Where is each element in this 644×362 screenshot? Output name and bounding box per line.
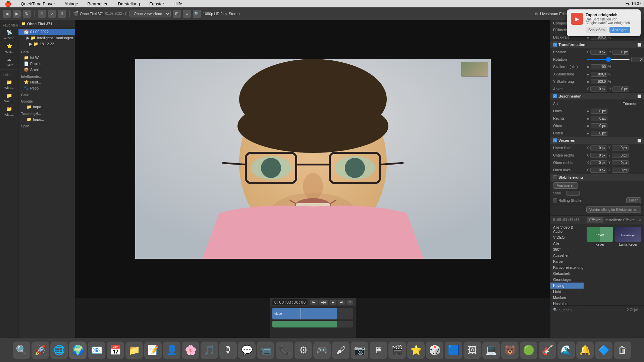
dock-item-screen[interactable]: 🖥 xyxy=(370,342,387,359)
sidebar-item-local2[interactable]: 📁 Wied... xyxy=(0,91,18,104)
filter-dropdown[interactable]: Ohne verworfene xyxy=(129,10,171,17)
dock-item-guitar[interactable]: 🎸 xyxy=(539,342,556,359)
dock-item-photoshop[interactable]: 🖌 xyxy=(332,342,350,359)
fb-item-date[interactable]: 📅 01.09.2022 xyxy=(18,29,75,35)
fb-item-garage[interactable]: 📁 Ist W... xyxy=(18,55,75,61)
refresh-button[interactable]: ↻ xyxy=(23,10,31,18)
effects-close-icon[interactable]: ✕ xyxy=(639,218,641,222)
fb-item-paper[interactable]: 📄 Papie... xyxy=(18,61,75,67)
fb-item-google-impo[interactable]: 📁 Impo... xyxy=(18,104,75,110)
dock-item-bear[interactable]: 🐻 xyxy=(501,342,519,359)
effect-item-luma-keyer[interactable]: Luma-Keyer Luma-Keyer xyxy=(615,227,642,246)
effect-cat-360[interactable]: 360° xyxy=(550,246,584,252)
anchor-y-input[interactable] xyxy=(612,86,629,92)
dock-item-safari[interactable]: 🌐 xyxy=(50,342,68,359)
dock-item-camera[interactable]: 📷 xyxy=(351,342,368,359)
scale-y-input[interactable] xyxy=(591,79,607,84)
menu-fenster[interactable]: Fenster xyxy=(147,1,166,6)
fb-item-int-heute[interactable]: ⭐ Heut... xyxy=(18,79,75,85)
distort-br-x-input[interactable] xyxy=(590,153,607,158)
anchor-x-input[interactable] xyxy=(590,86,607,92)
effect-cat-aussehen[interactable]: Aussehen xyxy=(550,252,584,258)
transformation-checkbox[interactable]: ✓ xyxy=(553,43,557,47)
dock-item-whatsapp[interactable]: 🟢 xyxy=(520,342,537,359)
fb-item-arch[interactable]: 📦 Archi... xyxy=(18,67,75,73)
dock-item-notes[interactable]: 📁 xyxy=(125,342,143,359)
dock-item-games[interactable]: 🎮 xyxy=(313,342,331,359)
dock-item-stars[interactable]: ⭐ xyxy=(407,342,425,359)
effects-tab-installed[interactable]: Installierte Effekte xyxy=(605,218,635,222)
dock-item-contacts[interactable]: 👤 xyxy=(163,342,180,359)
scale-all-input[interactable] xyxy=(591,64,607,69)
timeline-clip-audio[interactable] xyxy=(272,321,337,327)
stabilize-header[interactable]: Stabilisierung xyxy=(550,174,644,181)
import-button[interactable]: ⊕ xyxy=(38,10,46,18)
effect-cat-keying[interactable]: Keying xyxy=(550,283,584,289)
effects-search-input[interactable] xyxy=(559,308,626,312)
effect-cat-grundlagen[interactable]: Grundlagen xyxy=(550,277,584,283)
dock-item-trash[interactable]: 🗑 xyxy=(614,342,631,359)
rolling-analyze-button[interactable]: Lösen xyxy=(626,197,641,203)
effects-tab-effects[interactable]: Effekte xyxy=(587,217,603,223)
crop-header[interactable]: ✓ Beschneiden ⬜ xyxy=(550,93,644,100)
dock-item-photos[interactable]: 🌸 xyxy=(182,342,199,359)
dock-item-yellow[interactable]: 🔔 xyxy=(576,342,594,359)
go-end-button[interactable]: ⏭ xyxy=(338,300,345,305)
distort-tr-y-input[interactable] xyxy=(612,160,629,165)
dock-item-imovie[interactable]: 🎬 xyxy=(388,342,406,359)
effect-cat-farbvoreinstellungen[interactable]: Farbvoreinstellungen xyxy=(550,264,584,270)
crop-reset-icon[interactable]: ⬜ xyxy=(637,95,641,98)
go-start-button[interactable]: ⏮ xyxy=(310,300,318,305)
dock-item-system[interactable]: ⚙ xyxy=(294,342,312,359)
effect-item-keyer[interactable]: Keyer Keyer xyxy=(587,227,613,246)
play-backward-button[interactable]: ◀◀ xyxy=(319,300,328,305)
distort-header[interactable]: ✓ Verzerren ⬜ xyxy=(550,137,644,144)
distort-checkbox[interactable]: ✓ xyxy=(553,138,557,142)
forward-button[interactable]: ▶ xyxy=(13,10,21,18)
luma-keyer-thumb[interactable]: Luma-Keyer xyxy=(615,227,642,242)
dock-item-wave[interactable]: 🌊 xyxy=(557,342,575,359)
distort-tr-x-input[interactable] xyxy=(590,160,607,165)
crop-bottom-input[interactable] xyxy=(591,131,607,136)
effect-cat-gekachelt[interactable]: Gekachelt xyxy=(550,270,584,277)
transform-reset-icon[interactable]: ⬜ xyxy=(637,43,641,47)
effect-cat-nostalgie[interactable]: Nostalgie xyxy=(550,301,584,305)
dock-item-podcast[interactable]: 🎙 xyxy=(219,342,237,359)
save-preset-button[interactable]: Voreinstellung für Effekte sichern xyxy=(586,206,641,213)
timeline-clip-video[interactable]: Video xyxy=(272,308,337,319)
crop-checkbox[interactable]: ✓ xyxy=(553,94,557,98)
search-button[interactable]: 🔍 xyxy=(193,10,201,18)
effect-cat-masken[interactable]: Masken xyxy=(550,295,584,301)
rolling-shutter-checkbox[interactable] xyxy=(553,198,557,202)
dock-item-calendar[interactable]: 📅 xyxy=(107,342,124,359)
dock-item-remote[interactable]: 💻 xyxy=(482,342,500,359)
dock-item-reminders[interactable]: 📝 xyxy=(144,342,162,359)
sidebar-item-today[interactable]: ⭐ Heut... xyxy=(0,41,18,55)
rotation-slider[interactable] xyxy=(587,59,630,60)
menu-darstellung[interactable]: Darstellung xyxy=(116,1,142,6)
dock-item-music[interactable]: 🎵 xyxy=(201,342,218,359)
back-button[interactable]: ◀ xyxy=(3,10,11,18)
distort-bl-x-input[interactable] xyxy=(590,145,607,150)
grid-view-button[interactable]: ⊞ xyxy=(173,10,181,18)
dock-item-messages[interactable]: 💬 xyxy=(238,342,256,359)
sidebar-item-local3[interactable]: 📁 Wied... xyxy=(0,104,18,118)
dock-item-finder[interactable]: 🔍 xyxy=(13,342,30,359)
notif-close-button[interactable]: Schließen xyxy=(586,27,607,33)
sidebar-item-local1[interactable]: 📁 Wied... xyxy=(0,77,18,91)
share-button[interactable]: ↗ xyxy=(48,10,56,18)
crop-right-input[interactable] xyxy=(591,116,607,121)
playhead[interactable] xyxy=(301,308,301,319)
distort-reset-icon[interactable]: ⬜ xyxy=(637,139,641,142)
stabilize-checkbox[interactable] xyxy=(553,175,557,179)
apple-menu[interactable]: 🍎 xyxy=(3,1,13,7)
export-button[interactable]: ⬆ xyxy=(58,10,66,18)
position-y-input[interactable] xyxy=(612,50,629,55)
dock-item-preview[interactable]: 🖼 xyxy=(464,342,481,359)
menu-hilfe[interactable]: Hilfe xyxy=(171,1,184,6)
menu-quicktime[interactable]: QuickTime Player xyxy=(19,1,57,6)
crop-left-input[interactable] xyxy=(591,109,607,114)
effect-cat-video[interactable]: VIDEO xyxy=(550,234,584,240)
dock-item-facetime[interactable]: 📹 xyxy=(257,342,274,359)
list-view-button[interactable]: ≡ xyxy=(183,10,191,18)
